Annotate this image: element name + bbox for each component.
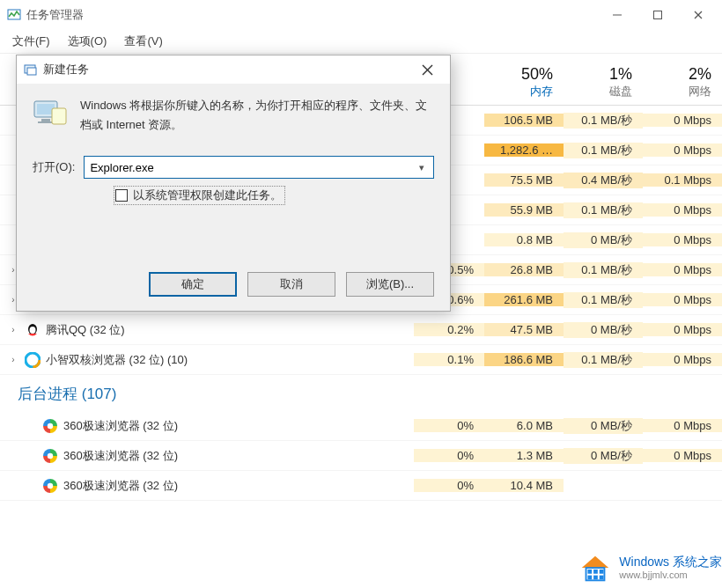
360-icon	[42, 418, 58, 434]
svg-rect-29	[588, 570, 593, 574]
name-cell: ›小智双核浏览器 (32 位) (10)	[0, 352, 414, 368]
cpu-cell: 0%	[414, 419, 484, 432]
open-label: 打开(O):	[33, 159, 75, 175]
name-cell: ›腾讯QQ (32 位)	[0, 322, 414, 338]
name-cell: 360极速浏览器 (32 位)	[0, 418, 414, 434]
main-titlebar: 任务管理器	[0, 0, 722, 30]
disk-cell: 0.1 MB/秒	[564, 352, 643, 368]
table-row[interactable]: 360极速浏览器 (32 位)0%10.4 MB	[0, 471, 722, 501]
house-icon	[578, 553, 612, 583]
network-cell: 0 Mbps	[643, 353, 722, 366]
xiaozhi-icon	[25, 352, 41, 368]
process-name: 360极速浏览器 (32 位)	[63, 478, 178, 494]
cpu-cell: 0.1%	[414, 353, 484, 366]
cancel-button[interactable]: 取消	[247, 272, 335, 297]
network-cell: 0 Mbps	[643, 114, 722, 127]
svg-rect-32	[588, 576, 593, 580]
disk-cell: 0 MB/秒	[564, 448, 643, 464]
disk-cell: 0 MB/秒	[564, 232, 643, 248]
col-memory[interactable]: 50%内存	[484, 65, 564, 105]
360-icon	[42, 448, 58, 464]
col-disk[interactable]: 1%磁盘	[564, 65, 643, 105]
chevron-down-icon[interactable]: ▾	[414, 162, 430, 173]
disk-cell: 0.1 MB/秒	[564, 262, 643, 278]
dialog-titlebar[interactable]: 新建任务	[17, 55, 450, 84]
memory-cell: 186.6 MB	[484, 353, 564, 366]
col-network[interactable]: 2%网络	[643, 65, 722, 105]
memory-cell: 106.5 MB	[484, 114, 564, 127]
svg-rect-25	[38, 121, 54, 123]
svg-point-13	[48, 423, 53, 428]
svg-marker-27	[582, 556, 608, 568]
memory-cell: 75.5 MB	[484, 173, 564, 187]
network-cell: 0 Mbps	[643, 233, 722, 246]
network-cell: 0 Mbps	[643, 419, 722, 432]
name-cell: 360极速浏览器 (32 位)	[0, 478, 414, 494]
window-title: 任务管理器	[26, 7, 597, 23]
disk-cell: 0.1 MB/秒	[564, 202, 643, 218]
memory-cell: 1.3 MB	[484, 449, 564, 462]
svg-rect-30	[593, 570, 598, 574]
disk-cell: 0.4 MB/秒	[564, 173, 643, 188]
menu-options[interactable]: 选项(O)	[61, 32, 114, 51]
taskmgr-icon	[7, 8, 21, 22]
disk-cell: 0.1 MB/秒	[564, 113, 643, 129]
memory-cell: 1,282.6 …	[484, 143, 564, 157]
svg-rect-19	[27, 68, 36, 75]
bg-section-count: (107)	[82, 386, 117, 402]
dialog-body: Windows 将根据你所键入的名称，为你打开相应的程序、文件夹、文档或 Int…	[17, 84, 450, 205]
close-button[interactable]	[678, 2, 718, 28]
memory-cell: 55.9 MB	[484, 203, 564, 217]
dialog-buttons: 确定 取消 浏览(B)...	[149, 272, 434, 297]
watermark-line1: Windows 系统之家	[619, 555, 722, 570]
bg-section-header: 后台进程 (107)	[0, 375, 722, 411]
dialog-close-button[interactable]	[408, 58, 446, 81]
svg-rect-31	[600, 570, 604, 574]
network-cell: 0 Mbps	[643, 293, 722, 306]
svg-rect-34	[600, 576, 604, 580]
open-input[interactable]	[90, 161, 414, 174]
cpu-cell: 0.2%	[414, 323, 484, 336]
memory-cell: 261.6 MB	[484, 293, 564, 306]
svg-rect-33	[593, 576, 598, 580]
cpu-cell: 0%	[414, 449, 484, 462]
svg-rect-26	[52, 108, 66, 124]
360-icon	[42, 478, 58, 494]
admin-checkbox-row[interactable]: 以系统管理权限创建此任务。	[114, 186, 285, 205]
new-task-dialog: 新建任务 Windows 将根据你所键入的名称，为你打开相应的程序、文件夹、文档…	[16, 55, 451, 312]
watermark-badge: Windows 系统之家 www.bjjmlv.com	[578, 553, 722, 583]
run-dialog-icon	[24, 62, 38, 77]
svg-point-15	[48, 452, 53, 458]
process-name: 小智双核浏览器 (32 位) (10)	[46, 352, 188, 368]
memory-cell: 26.8 MB	[484, 263, 564, 276]
memory-cell: 10.4 MB	[484, 479, 564, 492]
run-program-icon	[33, 96, 68, 128]
table-row[interactable]: ›腾讯QQ (32 位)0.2%47.5 MB0 MB/秒0 Mbps	[0, 315, 722, 345]
maximize-button[interactable]	[637, 2, 678, 28]
expand-icon[interactable]: ›	[7, 354, 19, 366]
open-combobox[interactable]: ▾	[84, 156, 434, 179]
disk-cell: 0.1 MB/秒	[564, 292, 643, 308]
menu-file[interactable]: 文件(F)	[5, 32, 57, 51]
expand-icon[interactable]: ›	[7, 324, 19, 336]
ok-button[interactable]: 确定	[149, 272, 237, 297]
table-row[interactable]: ›小智双核浏览器 (32 位) (10)0.1%186.6 MB0.1 MB/秒…	[0, 345, 722, 375]
disk-cell: 0.1 MB/秒	[564, 143, 643, 158]
svg-point-17	[48, 482, 53, 488]
menu-view[interactable]: 查看(V)	[117, 32, 169, 51]
svg-rect-2	[654, 11, 662, 19]
cpu-cell: 0%	[414, 479, 484, 492]
minimize-button[interactable]	[597, 2, 637, 28]
menubar: 文件(F) 选项(O) 查看(V)	[0, 30, 722, 53]
process-name: 360极速浏览器 (32 位)	[63, 448, 178, 464]
memory-cell: 0.8 MB	[484, 233, 564, 246]
disk-cell: 0 MB/秒	[564, 418, 643, 434]
table-row[interactable]: 360极速浏览器 (32 位)0%6.0 MB0 MB/秒0 Mbps	[0, 411, 722, 441]
qq-icon	[25, 322, 41, 338]
svg-point-9	[30, 327, 36, 334]
admin-checkbox[interactable]	[115, 189, 128, 202]
svg-rect-24	[41, 119, 50, 121]
table-row[interactable]: 360极速浏览器 (32 位)0%1.3 MB0 MB/秒0 Mbps	[0, 441, 722, 471]
browse-button[interactable]: 浏览(B)...	[346, 272, 434, 297]
process-name: 360极速浏览器 (32 位)	[63, 418, 178, 434]
